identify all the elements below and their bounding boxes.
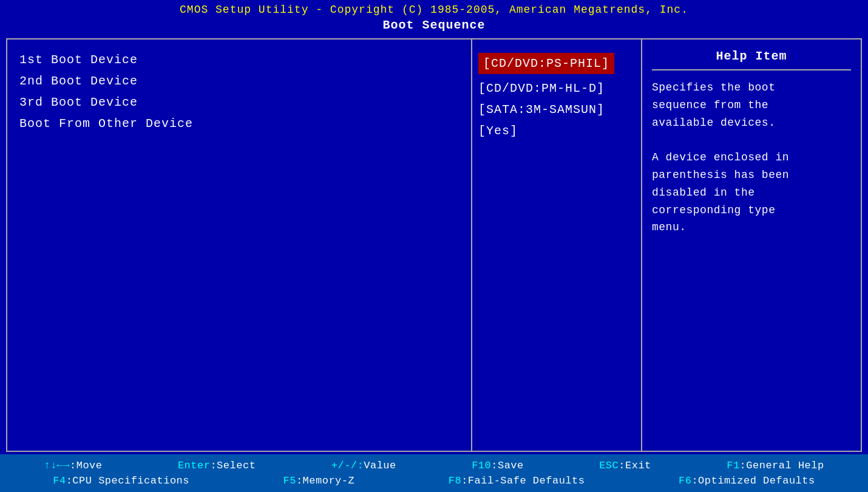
subtitle-text: Boot Sequence: [382, 18, 485, 32]
help-line4: A device enclosed in: [652, 151, 789, 163]
main-content: 1st Boot Device 2nd Boot Device 3rd Boot…: [6, 38, 862, 452]
menu-item-other[interactable]: Boot From Other Device: [19, 113, 459, 134]
key-f5: F5: [283, 475, 296, 487]
key-f1: F1: [727, 460, 739, 471]
bios-screen: CMOS Setup Utility - Copyright (C) 1985-…: [0, 0, 868, 492]
value-1st-selected: [CD/DVD:PS-PHIL]: [478, 53, 614, 74]
footer-help: F1:General Help: [727, 460, 824, 471]
desc-cpu: :CPU Specifications: [66, 475, 189, 487]
value-row-3[interactable]: [SATA:3M-SAMSUN]: [478, 99, 635, 120]
desc-optimized: :Optimized Defaults: [691, 475, 815, 487]
left-panel: 1st Boot Device 2nd Boot Device 3rd Boot…: [7, 39, 472, 451]
key-f10: F10: [472, 460, 491, 471]
desc-move: :Move: [70, 460, 103, 471]
help-text: Specifies the boot sequence from the ava…: [652, 79, 851, 236]
value-row-1[interactable]: [CD/DVD:PS-PHIL]: [478, 49, 635, 78]
help-line2: sequence from the: [652, 99, 768, 111]
footer-memory: F5:Memory-Z: [283, 475, 355, 487]
value-row-2[interactable]: [CD/DVD:PM-HL-D]: [478, 78, 635, 99]
desc-select: :Select: [210, 460, 256, 471]
help-line5: parenthesis has been: [652, 169, 789, 181]
desc-memory: :Memory-Z: [296, 475, 354, 487]
menu-item-1st[interactable]: 1st Boot Device: [19, 49, 459, 70]
help-line3: available devices.: [652, 117, 775, 129]
help-line1: Specifies the boot: [652, 81, 775, 94]
footer-optimized: F6:Optimized Defaults: [679, 475, 815, 487]
desc-save: :Save: [491, 460, 524, 471]
footer: ↑↓←→:Move Enter:Select +/-/:Value F10:Sa…: [0, 454, 868, 492]
title-text: CMOS Setup Utility - Copyright (C) 1985-…: [180, 4, 688, 16]
title-bar: CMOS Setup Utility - Copyright (C) 1985-…: [0, 0, 868, 17]
footer-row2: F4:CPU Specifications F5:Memory-Z F8:Fai…: [6, 473, 862, 488]
subtitle: Boot Sequence: [0, 17, 868, 36]
help-line7: corresponding type: [652, 204, 775, 216]
key-f6: F6: [679, 475, 691, 487]
key-arrows: ↑↓←→: [44, 460, 70, 471]
footer-exit: ESC:Exit: [599, 460, 651, 471]
key-esc: ESC: [599, 460, 619, 471]
help-line8: menu.: [652, 221, 687, 233]
desc-value: Value: [364, 460, 396, 471]
footer-move: ↑↓←→:Move: [44, 460, 102, 471]
menu-item-2nd[interactable]: 2nd Boot Device: [19, 70, 459, 92]
help-title: Help Item: [652, 49, 851, 70]
menu-item-3rd[interactable]: 3rd Boot Device: [19, 92, 459, 113]
key-f8: F8: [449, 475, 461, 487]
key-enter: Enter: [178, 460, 211, 471]
value-row-other[interactable]: [Yes]: [478, 120, 635, 142]
key-f4: F4: [53, 475, 66, 487]
footer-cpu: F4:CPU Specifications: [53, 475, 189, 487]
value-other: [Yes]: [478, 120, 518, 142]
desc-help: :General Help: [740, 460, 824, 471]
footer-save: F10:Save: [472, 460, 524, 471]
footer-select: Enter:Select: [178, 460, 256, 471]
desc-exit: :Exit: [619, 460, 651, 471]
footer-row1: ↑↓←→:Move Enter:Select +/-/:Value F10:Sa…: [6, 458, 862, 473]
right-panel: Help Item Specifies the boot sequence fr…: [642, 39, 861, 451]
value-3rd: [SATA:3M-SAMSUN]: [478, 99, 605, 120]
key-plusminus: +/-/:: [331, 460, 364, 471]
value-2nd: [CD/DVD:PM-HL-D]: [478, 78, 605, 99]
desc-failsafe: :Fail-Safe Defaults: [461, 475, 585, 487]
footer-failsafe: F8:Fail-Safe Defaults: [449, 475, 585, 487]
middle-panel: [CD/DVD:PS-PHIL] [CD/DVD:PM-HL-D] [SATA:…: [472, 39, 642, 451]
help-line6: disabled in the: [652, 186, 755, 199]
footer-value: +/-/:Value: [331, 460, 396, 471]
